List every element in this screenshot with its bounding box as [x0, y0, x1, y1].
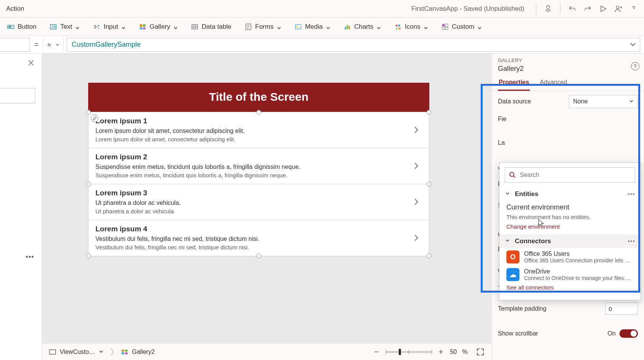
connector-office365-users[interactable]: O Office 365 Users Office 365 Users Conn… — [499, 248, 641, 266]
insert-button[interactable]: Button — [5, 21, 39, 32]
insert-media[interactable]: Media — [292, 21, 333, 32]
svg-point-15 — [296, 25, 297, 26]
resize-handle[interactable] — [427, 110, 431, 115]
expand-formula-icon[interactable] — [630, 41, 637, 48]
more-icon[interactable]: ••• — [26, 253, 34, 261]
properties-panel: GALLERY Gallery2 ? Properties Advanced D… — [491, 54, 644, 360]
app-checker-icon[interactable] — [544, 5, 552, 13]
chevron-down-icon — [56, 41, 59, 48]
insert-ribbon: Button Ab Text Input Gallery Data table … — [0, 18, 644, 36]
svg-rect-18 — [348, 26, 350, 29]
gallery-item[interactable]: Lorem ipsum 4 Vestibulum dui felis, frin… — [89, 220, 429, 256]
svg-rect-3 — [8, 26, 12, 27]
entities-more-icon[interactable]: ••• — [628, 191, 635, 198]
resize-handle[interactable] — [86, 182, 91, 187]
gallery-item[interactable]: Lorem ipsum 1 Lorem ipsum dolor sit amet… — [89, 112, 429, 148]
formula-value: CustomGallerySample — [72, 41, 141, 49]
item-title: Lorem ipsum 1 — [95, 117, 422, 125]
datasource-search[interactable] — [505, 167, 635, 183]
svg-point-19 — [396, 25, 398, 26]
breadcrumb-label: ViewCusto… — [60, 349, 95, 355]
svg-point-7 — [98, 27, 99, 28]
status-bar: ViewCusto… Gallery2 − + 50 % — [42, 343, 491, 360]
svg-point-6 — [98, 25, 99, 26]
resize-handle[interactable] — [256, 254, 261, 258]
breadcrumb-separator — [109, 346, 116, 358]
item-body: Suspendisse enim metus, tincidunt quis l… — [95, 172, 422, 178]
chevron-right-icon[interactable] — [412, 234, 421, 243]
chevron-down-icon — [277, 25, 281, 29]
zoom-slider[interactable] — [386, 351, 432, 353]
zoom-thumb[interactable] — [399, 349, 401, 355]
datasource-dropdown[interactable]: None — [569, 95, 638, 108]
zoom-in-button[interactable]: + — [437, 347, 445, 357]
resize-handle[interactable] — [427, 182, 431, 187]
redo-icon[interactable] — [583, 5, 592, 13]
svg-point-1 — [616, 6, 619, 8]
close-icon[interactable] — [27, 59, 36, 68]
help-icon[interactable] — [629, 5, 638, 13]
play-icon[interactable] — [599, 5, 607, 13]
insert-gallery[interactable]: Gallery — [136, 21, 180, 32]
insert-input-label: Input — [104, 23, 118, 31]
prop-layout-label: La — [498, 139, 638, 146]
breadcrumb-screen[interactable]: ViewCusto… — [49, 349, 104, 355]
change-environment-link[interactable]: Change environment — [499, 223, 641, 234]
item-body: Ut pharetra a dolor ac vehicula. — [95, 208, 422, 214]
tab-advanced[interactable]: Advanced — [539, 75, 568, 91]
chevron-down-icon — [121, 25, 126, 29]
undo-icon[interactable] — [568, 5, 577, 13]
tab-properties[interactable]: Properties — [498, 75, 530, 91]
formula-input[interactable]: CustomGallerySample — [67, 38, 640, 52]
item-subtitle: Vestibulum dui felis, fringilla nec mi s… — [95, 236, 422, 242]
connectors-section[interactable]: Connectors ••• — [499, 234, 641, 248]
svg-rect-16 — [345, 27, 346, 29]
gallery-item[interactable]: Lorem ipsum 3 Ut pharetra a dolor ac veh… — [89, 184, 429, 220]
gallery-control[interactable]: Lorem ipsum 1 Lorem ipsum dolor sit amet… — [88, 112, 429, 256]
input-icon — [93, 23, 100, 31]
zoom-out-button[interactable]: − — [373, 347, 380, 357]
fit-to-window-icon[interactable] — [476, 348, 485, 356]
entities-section[interactable]: Entities ••• — [499, 187, 641, 201]
chevron-right-icon[interactable] — [412, 126, 421, 135]
chevron-right-icon[interactable] — [412, 198, 421, 207]
resize-handle[interactable] — [256, 110, 261, 115]
scrollbar-toggle[interactable] — [619, 329, 638, 338]
resize-handle[interactable] — [86, 110, 91, 115]
edit-template-icon[interactable] — [91, 115, 99, 122]
insert-text-label: Text — [60, 23, 72, 31]
insert-text[interactable]: Ab Text — [47, 21, 82, 32]
zoom-unit: % — [462, 349, 468, 355]
insert-forms[interactable]: Forms — [242, 21, 284, 32]
connector-onedrive[interactable]: ☁ OneDrive Connect to OneDrive to manage… — [499, 266, 641, 283]
chevron-down-icon — [173, 25, 178, 29]
share-icon[interactable] — [614, 5, 623, 13]
datasource-search-input[interactable] — [520, 172, 631, 178]
help-icon[interactable]: ? — [631, 62, 639, 70]
connectors-more-icon[interactable]: ••• — [628, 238, 635, 245]
control-name[interactable]: Gallery2 — [498, 65, 638, 73]
breadcrumb-control[interactable]: Gallery2 — [121, 349, 155, 355]
insert-icons[interactable]: Icons — [392, 21, 430, 32]
resize-handle[interactable] — [427, 254, 431, 258]
prop-fields-label: Fie — [498, 116, 638, 123]
insert-datatable[interactable]: Data table — [189, 21, 234, 32]
canvas-area[interactable]: Title of the Screen Lorem ipsum 1 Lorem … — [42, 54, 491, 360]
property-selector[interactable] — [0, 38, 30, 52]
ribbon-tab-action[interactable]: Action — [6, 5, 24, 13]
insert-charts[interactable]: Charts — [341, 21, 383, 32]
insert-input[interactable]: Input — [90, 21, 128, 32]
chevron-down-icon — [326, 25, 330, 29]
insert-custom[interactable]: Custom — [439, 21, 485, 32]
template-padding-input[interactable]: 0 — [605, 303, 638, 315]
equals-label: = — [30, 41, 43, 49]
fx-button[interactable]: fx — [43, 38, 64, 52]
media-icon — [294, 23, 302, 31]
chevron-right-icon[interactable] — [412, 162, 421, 171]
gallery-item[interactable]: Lorem ipsum 2 Suspendisse enim metus, ti… — [89, 148, 429, 184]
connector-desc: Office 365 Users Connection provider let… — [524, 257, 631, 263]
see-all-connectors-link[interactable]: See all connectors — [499, 283, 641, 295]
gallery-icon — [121, 349, 128, 355]
search-tree-input[interactable] — [0, 88, 35, 103]
resize-handle[interactable] — [86, 254, 91, 258]
